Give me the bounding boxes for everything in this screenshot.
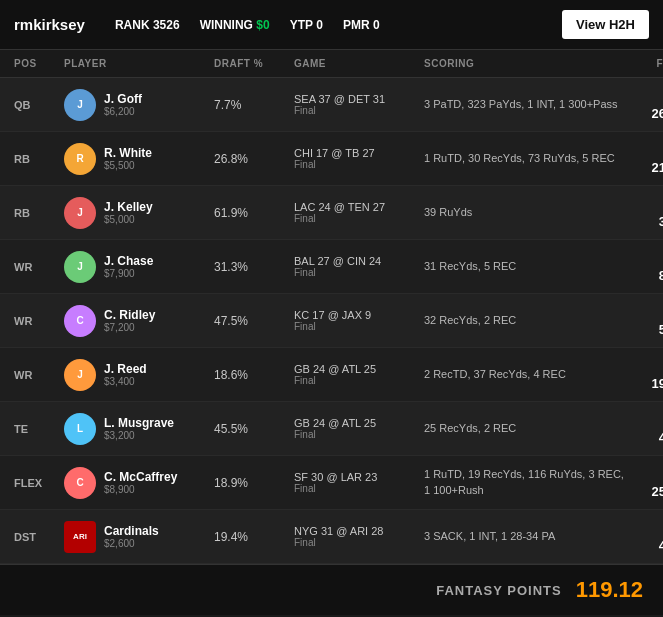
- player-cell: J J. Reed $3,400: [64, 359, 214, 391]
- draft-pct-cell: 18.6%: [214, 368, 294, 382]
- game-status: Final: [294, 375, 424, 386]
- table-header: POS PLAYER DRAFT % GAME SCORING FPTS: [0, 50, 663, 78]
- position-cell: RB: [14, 153, 64, 165]
- scoring-cell: 2 RecTD, 37 RecYds, 4 REC: [424, 367, 624, 382]
- col-fpts: FPTS: [624, 58, 663, 69]
- game-score: NYG 31 @ ARI 28: [294, 525, 424, 537]
- position-cell: DST: [14, 531, 64, 543]
- fpts-value: 25.50: [651, 484, 663, 499]
- player-cell: L L. Musgrave $3,200: [64, 413, 214, 445]
- game-status: Final: [294, 267, 424, 278]
- table-row: DST ARI Cardinals $2,600 19.4% NYG 31 @ …: [0, 510, 663, 564]
- fpts-cell: · 4.00: [624, 520, 663, 553]
- pmr-stat: PMR 0: [343, 18, 380, 32]
- fpts-value: 21.30: [651, 160, 663, 175]
- player-cell: R R. White $5,500: [64, 143, 214, 175]
- game-status: Final: [294, 213, 424, 224]
- player-salary: $5,500: [104, 160, 152, 171]
- game-status: Final: [294, 429, 424, 440]
- fpts-value: 19.70: [651, 376, 663, 391]
- fpts-cell: · 25.50: [624, 466, 663, 499]
- game-status: Final: [294, 159, 424, 170]
- draft-pct-cell: 31.3%: [214, 260, 294, 274]
- player-info: J. Kelley $5,000: [104, 200, 153, 225]
- game-status: Final: [294, 483, 424, 494]
- player-name: J. Chase: [104, 254, 153, 268]
- player-info: J. Goff $6,200: [104, 92, 142, 117]
- position-cell: TE: [14, 423, 64, 435]
- player-name: Cardinals: [104, 524, 159, 538]
- table-row: WR C C. Ridley $7,200 47.5% KC 17 @ JAX …: [0, 294, 663, 348]
- table-row: QB J J. Goff $6,200 7.7% SEA 37 @ DET 31…: [0, 78, 663, 132]
- table-row: TE L L. Musgrave $3,200 45.5% GB 24 @ AT…: [0, 402, 663, 456]
- position-cell: WR: [14, 261, 64, 273]
- player-salary: $7,900: [104, 268, 153, 279]
- view-h2h-button[interactable]: View H2H: [562, 10, 649, 39]
- player-info: R. White $5,500: [104, 146, 152, 171]
- player-salary: $7,200: [104, 322, 155, 333]
- fpts-value: 8.10: [659, 268, 663, 283]
- player-name: C. McCaffrey: [104, 470, 177, 484]
- game-cell: BAL 27 @ CIN 24 Final: [294, 255, 424, 278]
- fpts-cell: 🔥 21.30: [624, 142, 663, 175]
- player-name: L. Musgrave: [104, 416, 174, 430]
- player-cell: C C. McCaffrey $8,900: [64, 467, 214, 499]
- avatar: J: [64, 251, 96, 283]
- fpts-cell: 🔥 26.92: [624, 88, 663, 121]
- fpts-cell: ❄ 3.90: [624, 196, 663, 229]
- col-scoring: SCORING: [424, 58, 624, 69]
- game-score: KC 17 @ JAX 9: [294, 309, 424, 321]
- scoring-cell: 1 RuTD, 30 RecYds, 73 RuYds, 5 REC: [424, 151, 624, 166]
- draft-pct-cell: 19.4%: [214, 530, 294, 544]
- player-salary: $3,200: [104, 430, 174, 441]
- position-cell: QB: [14, 99, 64, 111]
- player-info: J. Chase $7,900: [104, 254, 153, 279]
- player-salary: $3,400: [104, 376, 147, 387]
- fpts-value: 5.20: [659, 322, 663, 337]
- game-score: GB 24 @ ATL 25: [294, 363, 424, 375]
- position-cell: RB: [14, 207, 64, 219]
- fpts-cell: ❄ 8.10: [624, 250, 663, 283]
- scoring-cell: 39 RuYds: [424, 205, 624, 220]
- game-cell: SF 30 @ LAR 23 Final: [294, 471, 424, 494]
- username: rmkirksey: [14, 16, 85, 33]
- table-body: QB J J. Goff $6,200 7.7% SEA 37 @ DET 31…: [0, 78, 663, 564]
- col-draft: DRAFT %: [214, 58, 294, 69]
- player-cell: ARI Cardinals $2,600: [64, 521, 214, 553]
- scoring-cell: 3 SACK, 1 INT, 1 28-34 PA: [424, 529, 624, 544]
- draft-pct-cell: 61.9%: [214, 206, 294, 220]
- scoring-cell: 3 PaTD, 323 PaYds, 1 INT, 1 300+Pass: [424, 97, 624, 112]
- player-cell: C C. Ridley $7,200: [64, 305, 214, 337]
- game-cell: KC 17 @ JAX 9 Final: [294, 309, 424, 332]
- game-cell: NYG 31 @ ARI 28 Final: [294, 525, 424, 548]
- player-cell: J J. Kelley $5,000: [64, 197, 214, 229]
- rank-stat: RANK 3526: [115, 18, 180, 32]
- table-row: RB J J. Kelley $5,000 61.9% LAC 24 @ TEN…: [0, 186, 663, 240]
- game-score: SF 30 @ LAR 23: [294, 471, 424, 483]
- player-cell: J J. Chase $7,900: [64, 251, 214, 283]
- position-cell: WR: [14, 315, 64, 327]
- page-header: rmkirksey RANK 3526 WINNING $0 YTP 0 PMR…: [0, 0, 663, 50]
- footer-label: FANTASY POINTS: [436, 583, 561, 598]
- player-name: R. White: [104, 146, 152, 160]
- position-cell: FLEX: [14, 477, 64, 489]
- player-salary: $6,200: [104, 106, 142, 117]
- avatar: J: [64, 359, 96, 391]
- position-cell: WR: [14, 369, 64, 381]
- player-name: C. Ridley: [104, 308, 155, 322]
- col-game: GAME: [294, 58, 424, 69]
- fpts-value: 4.00: [659, 538, 663, 553]
- scoring-cell: 32 RecYds, 2 REC: [424, 313, 624, 328]
- game-cell: GB 24 @ ATL 25 Final: [294, 363, 424, 386]
- player-cell: J J. Goff $6,200: [64, 89, 214, 121]
- ytp-stat: YTP 0: [290, 18, 323, 32]
- game-cell: CHI 17 @ TB 27 Final: [294, 147, 424, 170]
- avatar: J: [64, 89, 96, 121]
- game-cell: GB 24 @ ATL 25 Final: [294, 417, 424, 440]
- draft-pct-cell: 18.9%: [214, 476, 294, 490]
- fpts-value: 26.92: [651, 106, 663, 121]
- scoring-cell: 1 RuTD, 19 RecYds, 116 RuYds, 3 REC, 1 1…: [424, 467, 624, 498]
- game-score: LAC 24 @ TEN 27: [294, 201, 424, 213]
- footer-total: 119.12: [576, 577, 643, 603]
- player-salary: $8,900: [104, 484, 177, 495]
